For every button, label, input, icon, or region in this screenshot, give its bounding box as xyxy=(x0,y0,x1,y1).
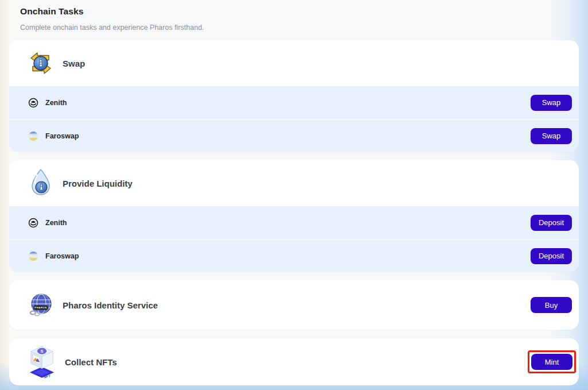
mint-button-highlight-box: Mint xyxy=(528,350,576,373)
faroswap-deposit-button[interactable]: Deposit xyxy=(531,248,572,264)
page-title: Onchain Tasks xyxy=(20,6,579,17)
swap-row-zenith: Zenith Swap xyxy=(9,86,579,119)
pharos-identity-service-card: PHAROS Pharos Identity Service Buy xyxy=(9,280,579,330)
zenith-logo-icon xyxy=(28,98,38,108)
liquidity-drop-icon xyxy=(28,168,53,198)
nft-coin-label: S xyxy=(41,349,44,354)
swap-task-rows: Zenith Swap xyxy=(9,86,579,152)
pharos-globe-icon: PHAROS xyxy=(28,292,53,318)
protocol-name: Zenith xyxy=(45,99,67,107)
liquidity-task-rows: Zenith Deposit xyxy=(9,206,579,272)
zenith-deposit-button[interactable]: Deposit xyxy=(531,215,572,231)
collect-nfts-card: S NFT Collect NFTs Mint xyxy=(9,338,579,385)
swap-card-title: Swap xyxy=(63,59,85,68)
liquidity-row-zenith: Zenith Deposit xyxy=(9,206,579,239)
protocol-name: Faroswap xyxy=(45,252,79,260)
onchain-tasks-page: Onchain Tasks Complete onchain tasks and… xyxy=(0,0,588,385)
page-subtitle: Complete onchain tasks and experience Ph… xyxy=(20,24,579,32)
liquidity-row-faroswap: Faroswap Deposit xyxy=(9,239,579,272)
faroswap-swap-button[interactable]: Swap xyxy=(531,128,572,144)
nft-card-title: Collect NFTs xyxy=(65,357,117,367)
swap-task-card: Swap Zenith Swap xyxy=(9,40,579,152)
identity-card-title: Pharos Identity Service xyxy=(63,300,158,310)
protocol-name: Faroswap xyxy=(45,132,79,140)
swap-row-faroswap: Faroswap Swap xyxy=(9,119,579,152)
faroswap-logo-icon xyxy=(28,251,38,261)
identity-buy-button[interactable]: Buy xyxy=(531,297,572,313)
protocol-name: Zenith xyxy=(45,219,67,227)
liquidity-card-header: Provide Liquidity xyxy=(9,160,579,206)
faroswap-logo-icon xyxy=(28,131,38,141)
swap-card-header: Swap xyxy=(9,40,579,86)
nft-mint-button[interactable]: Mint xyxy=(531,354,572,370)
swap-arrows-icon xyxy=(28,51,53,76)
nft-cube-icon: S NFT xyxy=(28,345,56,379)
zenith-logo-icon xyxy=(28,218,38,228)
globe-pill-label: PHAROS xyxy=(34,306,47,309)
zenith-swap-button[interactable]: Swap xyxy=(531,95,572,111)
liquidity-card-title: Provide Liquidity xyxy=(63,179,133,188)
page-header: Onchain Tasks Complete onchain tasks and… xyxy=(9,0,579,40)
provide-liquidity-task-card: Provide Liquidity Zenith Deposit xyxy=(9,160,579,272)
